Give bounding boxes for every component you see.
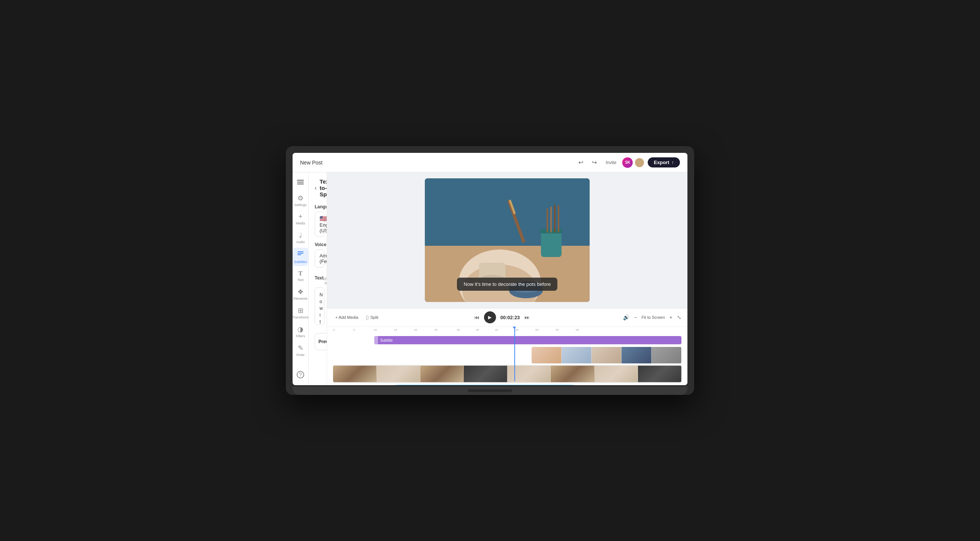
fullscreen-button[interactable]: ⤡ xyxy=(677,314,681,320)
avatar-group: SK xyxy=(622,158,645,168)
timeline-left-controls: + Add Media {} Split xyxy=(333,313,380,321)
timeline-controls: + Add Media {} Split ⏮ ▶ xyxy=(327,308,687,327)
zoom-plus-button[interactable]: + xyxy=(668,313,674,321)
video-thumb-1 xyxy=(333,366,377,382)
fit-screen-button[interactable]: Fit to Screen xyxy=(641,315,665,320)
timeline-right-controls: 🔊 − Fit to Screen + ⤡ xyxy=(623,313,681,321)
preview-button[interactable]: Preview xyxy=(315,333,327,350)
skip-back-button[interactable]: ⏮ xyxy=(474,314,479,320)
playhead-triangle xyxy=(512,327,517,329)
sidebar-item-text[interactable]: T Text xyxy=(293,267,308,284)
panel-buttons: Preview Add to Project xyxy=(315,333,321,350)
volume-icon[interactable]: 🔊 xyxy=(623,314,629,320)
transitions-icon: ⊞ xyxy=(298,307,304,315)
icon-sidebar: ⚙ Settings + Media ♩ Audio xyxy=(293,172,309,385)
language-dropdown[interactable]: 🇺🇸 English (US) ▾ xyxy=(315,212,325,237)
text-icon: T xyxy=(298,270,302,277)
audio-icon: ♩ xyxy=(299,231,302,239)
filters-icon: ◑ xyxy=(298,325,304,333)
timeline-center-controls: ⏮ ▶ 00:02:23 ⏭ xyxy=(385,311,619,323)
sidebar-item-settings[interactable]: ⚙ Settings xyxy=(293,192,308,209)
voice-label: Voice xyxy=(315,242,321,247)
playhead[interactable] xyxy=(514,327,515,381)
header: New Post ↩ ↪ Invite SK xyxy=(293,153,687,172)
hamburger-menu-button[interactable] xyxy=(293,176,308,188)
upper-thumb-1 xyxy=(531,347,562,363)
video-thumb-7 xyxy=(595,366,638,382)
upper-video-row xyxy=(333,346,681,364)
subtitle-track-row: Subtitle xyxy=(333,335,681,345)
sidebar-item-subtitles[interactable]: Subtitles xyxy=(293,248,308,266)
video-thumb-2 xyxy=(377,366,420,382)
add-media-button[interactable]: + Add Media xyxy=(333,313,360,321)
sidebar-item-draw[interactable]: ✎ Draw xyxy=(293,342,308,359)
canvas-area: Now it's time to decorate the pots befor… xyxy=(327,172,687,385)
video-thumb-3 xyxy=(420,366,464,382)
avatar-img xyxy=(634,158,645,168)
svg-rect-2 xyxy=(298,251,304,252)
video-thumb-5 xyxy=(507,366,551,382)
media-icon: + xyxy=(299,213,303,221)
video-thumb-4 xyxy=(464,366,507,382)
svg-rect-19 xyxy=(554,205,555,233)
video-thumbnails xyxy=(333,366,681,382)
tts-clip[interactable]: ♪ Text to Speech xyxy=(395,385,575,385)
language-value: English (US) xyxy=(320,222,327,234)
subtitle-track-handle-left[interactable] xyxy=(374,336,378,344)
subtitles-icon xyxy=(297,250,304,259)
video-thumb-8 xyxy=(638,366,681,382)
upper-video-thumbnails[interactable] xyxy=(531,347,681,363)
svg-rect-3 xyxy=(298,253,304,254)
panel-header: ‹ Text-to-Speech xyxy=(315,178,321,197)
tts-track-row: ♪ Text to Speech xyxy=(333,383,681,385)
timeline-tracks: 0 5 10 15 20 25 30 35 40 45 xyxy=(327,327,687,385)
skip-forward-button[interactable]: ⏭ xyxy=(525,314,530,320)
back-button[interactable]: ‹ xyxy=(315,185,317,191)
text-section: Text 768 characters remaining Now it's t… xyxy=(315,273,321,326)
tts-track-handle-right[interactable] xyxy=(571,385,575,385)
invite-button[interactable]: Invite xyxy=(603,159,620,167)
upper-thumb-3 xyxy=(592,347,622,363)
timeline-ruler: 0 5 10 15 20 25 30 35 40 45 xyxy=(327,327,687,334)
voice-section: Voice Amber (Female) ▾ xyxy=(315,242,321,267)
svg-rect-17 xyxy=(547,208,548,233)
language-section: Language 🇺🇸 English (US) ▾ xyxy=(315,204,321,237)
text-input[interactable]: Now it's time to decorate the pots befor… xyxy=(315,287,325,325)
upper-thumb-4 xyxy=(622,347,651,363)
timecode-display: 00:02:23 xyxy=(501,315,520,320)
sidebar-item-elements[interactable]: ❖ Elements xyxy=(293,285,308,303)
export-button[interactable]: Export ↑ xyxy=(648,158,680,167)
subtitle-clip[interactable]: Subtitle xyxy=(374,336,681,344)
tts-track-handle-left[interactable] xyxy=(395,385,399,385)
settings-icon: ⚙ xyxy=(298,194,304,202)
language-label: Language xyxy=(315,204,321,209)
header-actions: ↩ ↪ Invite SK xyxy=(576,158,680,168)
subtitle-overlay: Now it's time to decorate the pots befor… xyxy=(457,278,557,291)
upper-thumb-2 xyxy=(562,347,592,363)
svg-rect-6 xyxy=(425,178,590,253)
sidebar-item-media[interactable]: + Media xyxy=(293,210,308,228)
panel-title: Text-to-Speech xyxy=(320,178,327,197)
undo-button[interactable]: ↩ xyxy=(576,158,586,168)
sidebar-item-filters[interactable]: ◑ Filters xyxy=(293,323,308,340)
video-thumb-6 xyxy=(551,366,594,382)
zoom-minus-button[interactable]: − xyxy=(632,313,638,321)
upper-thumb-5 xyxy=(651,347,681,363)
sidebar-item-transitions[interactable]: ⊞ Transitions xyxy=(293,304,308,321)
svg-point-0 xyxy=(638,160,643,165)
header-title: New Post xyxy=(300,160,571,165)
svg-rect-15 xyxy=(541,231,562,257)
redo-button[interactable]: ↪ xyxy=(589,158,600,168)
video-track-row[interactable] xyxy=(333,365,681,383)
chars-remaining: 768 characters remaining xyxy=(324,273,327,285)
timeline-area: + Add Media {} Split ⏮ ▶ xyxy=(327,308,687,385)
text-to-speech-panel: ‹ Text-to-Speech Language 🇺🇸 English (US… xyxy=(309,172,327,385)
text-label: Text xyxy=(315,275,324,281)
sidebar-item-audio[interactable]: ♩ Audio xyxy=(293,229,308,246)
svg-rect-4 xyxy=(298,255,301,255)
help-button[interactable]: ? xyxy=(293,369,308,381)
main-content: ⚙ Settings + Media ♩ Audio xyxy=(293,172,687,385)
split-button[interactable]: {} Split xyxy=(363,313,380,321)
voice-dropdown[interactable]: Amber (Female) ▾ xyxy=(315,250,325,267)
play-button[interactable]: ▶ xyxy=(484,311,496,323)
